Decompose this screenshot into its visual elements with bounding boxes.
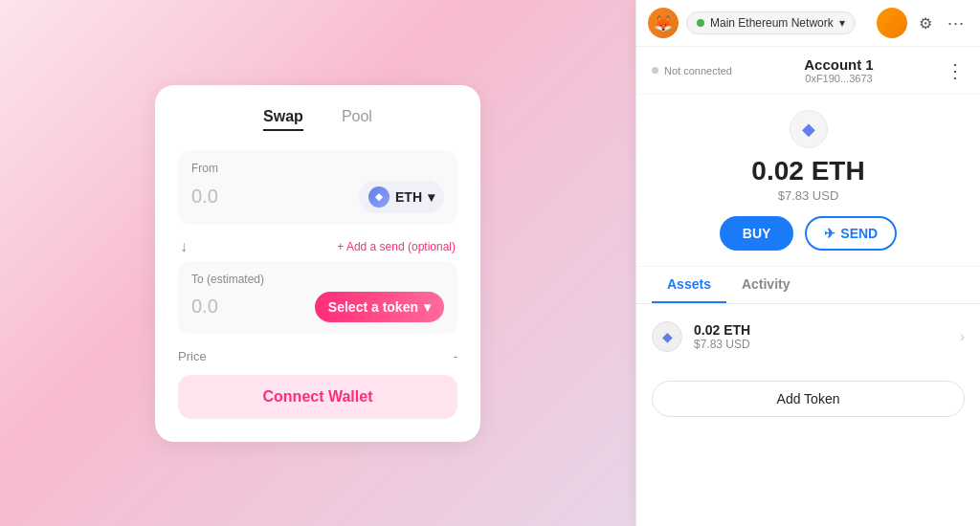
connection-status: Not connected (652, 65, 732, 77)
price-row: Price - (178, 341, 457, 375)
account-info: Account 1 0xF190...3673 (804, 56, 874, 84)
tab-pool[interactable]: Pool (342, 108, 372, 131)
connection-status-label: Not connected (664, 65, 732, 77)
from-section: From ◆ ETH ▾ (178, 150, 457, 225)
eth-icon: ◆ (368, 186, 390, 208)
from-label: From (191, 162, 444, 175)
asset-left: ◆ 0.02 ETH $7.83 USD (652, 321, 750, 352)
balance-usd: $7.83 USD (778, 188, 839, 203)
from-token-row: ◆ ETH ▾ (191, 181, 444, 213)
tab-assets[interactable]: Assets (652, 267, 726, 303)
price-label: Price (178, 349, 207, 363)
wallet-header-left: 🦊 Main Ethereum Network ▾ (648, 8, 856, 38)
account-address: 0xF190...3673 (804, 73, 874, 84)
add-token-section: Add Token (636, 369, 980, 428)
settings-gear-button[interactable]: ⚙ (915, 11, 936, 36)
connect-wallet-button[interactable]: Connect Wallet (178, 375, 457, 419)
metamask-fox-icon: 🦊 (648, 8, 679, 38)
send-button[interactable]: ✈ SEND (805, 216, 897, 251)
eth-asset-icon: ◆ (652, 321, 682, 352)
account-row: Not connected Account 1 0xF190...3673 ⋮ (636, 47, 980, 95)
left-panel: Swap Pool From ◆ ETH ▾ ↓ + Add a send (o… (0, 0, 635, 526)
asset-chevron-icon: › (960, 328, 965, 345)
select-token-chevron-icon: ▾ (424, 299, 431, 315)
asset-eth-fiat: $7.83 USD (694, 338, 750, 351)
swap-tabs: Swap Pool (178, 108, 457, 131)
from-token-symbol: ETH (395, 189, 422, 205)
right-panel: 🦊 Main Ethereum Network ▾ ⚙ ··· Not conn… (635, 0, 980, 526)
connection-status-dot (652, 67, 658, 74)
select-token-label: Select a token (328, 299, 418, 315)
from-amount-input[interactable] (191, 186, 268, 208)
to-section: To (estimated) Select a token ▾ (178, 261, 457, 334)
eth-logo-circle: ◆ (790, 110, 828, 148)
eth-logo-icon: ◆ (802, 119, 815, 140)
network-status-dot (697, 19, 704, 27)
buy-button[interactable]: BUY (720, 216, 794, 251)
asset-item-eth[interactable]: ◆ 0.02 ETH $7.83 USD › (636, 312, 980, 362)
network-label: Main Ethereum Network (710, 16, 834, 30)
send-label: SEND (840, 226, 878, 241)
add-token-button[interactable]: Add Token (652, 381, 965, 417)
network-badge[interactable]: Main Ethereum Network ▾ (686, 11, 856, 34)
asset-eth-amount: 0.02 ETH (694, 322, 750, 338)
select-token-button[interactable]: Select a token ▾ (315, 292, 444, 322)
tab-activity[interactable]: Activity (726, 267, 806, 303)
network-chevron-icon: ▾ (839, 16, 845, 30)
account-name: Account 1 (804, 56, 874, 73)
asset-details: 0.02 ETH $7.83 USD (694, 322, 750, 351)
balance-section: ◆ 0.02 ETH $7.83 USD BUY ✈ SEND (636, 95, 980, 267)
wallet-actions: BUY ✈ SEND (720, 216, 897, 251)
divider-row: ↓ + Add a send (optional) (178, 232, 457, 261)
wallet-header: 🦊 Main Ethereum Network ▾ ⚙ ··· (636, 0, 980, 47)
assets-list: ◆ 0.02 ETH $7.83 USD › (636, 304, 980, 369)
swap-card: Swap Pool From ◆ ETH ▾ ↓ + Add a send (o… (155, 85, 480, 442)
to-label: To (estimated) (191, 273, 444, 286)
tab-swap[interactable]: Swap (263, 108, 303, 131)
balance-eth: 0.02 ETH (751, 156, 864, 186)
assets-activity-tabs: Assets Activity (636, 267, 980, 304)
account-avatar (877, 8, 907, 38)
from-token-chevron-icon: ▾ (428, 189, 434, 205)
from-token-selector[interactable]: ◆ ETH ▾ (359, 181, 444, 213)
wallet-header-right: ⚙ ··· (877, 8, 969, 38)
down-arrow-icon: ↓ (180, 238, 188, 255)
to-token-row: Select a token ▾ (191, 292, 444, 322)
add-send-link[interactable]: + Add a send (optional) (337, 240, 456, 253)
more-options-button[interactable]: ··· (944, 10, 969, 37)
price-value: - (454, 349, 457, 363)
to-amount-input[interactable] (191, 296, 268, 318)
send-icon: ✈ (824, 226, 835, 241)
account-menu-button[interactable]: ⋮ (946, 59, 965, 82)
